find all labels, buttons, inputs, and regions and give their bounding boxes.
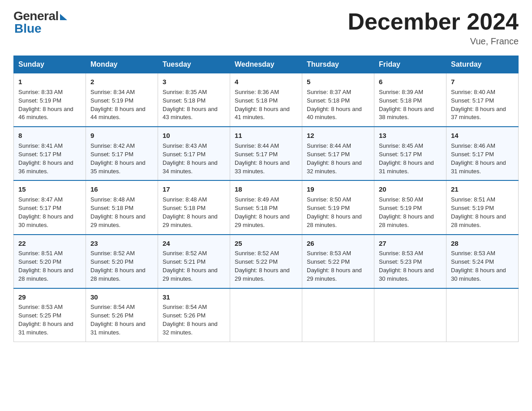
calendar-cell: 13 Sunrise: 8:45 AM Sunset: 5:17 PM Dayl…: [374, 127, 446, 180]
day-number: 28: [451, 239, 514, 248]
day-sunset: Sunset: 5:18 PM: [235, 205, 278, 211]
day-sunset: Sunset: 5:18 PM: [90, 205, 133, 211]
calendar-cell: 6 Sunrise: 8:39 AM Sunset: 5:18 PM Dayli…: [374, 73, 446, 127]
day-daylight: Daylight: 8 hours and 29 minutes.: [235, 213, 290, 228]
day-sunrise: Sunrise: 8:41 AM: [18, 142, 63, 149]
day-number: 13: [379, 131, 442, 141]
day-sunset: Sunset: 5:21 PM: [163, 258, 206, 265]
calendar-cell: [302, 288, 374, 342]
day-sunrise: Sunrise: 8:44 AM: [307, 142, 351, 149]
calendar-cell: 30 Sunrise: 8:54 AM Sunset: 5:26 PM Dayl…: [86, 288, 158, 342]
calendar-cell: 2 Sunrise: 8:34 AM Sunset: 5:19 PM Dayli…: [86, 73, 158, 127]
day-sunrise: Sunrise: 8:53 AM: [307, 250, 351, 257]
title-block: December 2024 Vue, France: [348, 9, 519, 47]
day-sunset: Sunset: 5:19 PM: [451, 205, 494, 211]
day-sunset: Sunset: 5:17 PM: [235, 151, 278, 158]
calendar-cell: 14 Sunrise: 8:46 AM Sunset: 5:17 PM Dayl…: [446, 127, 519, 180]
day-sunrise: Sunrise: 8:51 AM: [18, 250, 63, 257]
calendar-cell: 5 Sunrise: 8:37 AM Sunset: 5:18 PM Dayli…: [302, 73, 374, 127]
day-sunset: Sunset: 5:17 PM: [307, 151, 350, 158]
day-sunset: Sunset: 5:18 PM: [163, 205, 206, 211]
day-daylight: Daylight: 8 hours and 29 minutes.: [163, 213, 218, 228]
calendar-cell: 12 Sunrise: 8:44 AM Sunset: 5:17 PM Dayl…: [302, 127, 374, 180]
day-daylight: Daylight: 8 hours and 28 minutes.: [307, 213, 362, 228]
day-daylight: Daylight: 8 hours and 40 minutes.: [307, 106, 362, 121]
page-header: General Blue December 2024 Vue, France: [13, 9, 519, 47]
day-daylight: Daylight: 8 hours and 29 minutes.: [307, 267, 362, 282]
col-header-tuesday: Tuesday: [158, 56, 230, 73]
day-daylight: Daylight: 8 hours and 46 minutes.: [18, 106, 73, 121]
col-header-thursday: Thursday: [302, 56, 374, 73]
day-sunrise: Sunrise: 8:42 AM: [90, 142, 135, 149]
day-daylight: Daylight: 8 hours and 35 minutes.: [90, 159, 146, 175]
day-number: 30: [90, 292, 153, 302]
day-sunrise: Sunrise: 8:39 AM: [379, 89, 423, 95]
day-number: 9: [90, 131, 153, 141]
day-daylight: Daylight: 8 hours and 31 minutes.: [18, 321, 73, 336]
day-number: 26: [307, 239, 369, 248]
col-header-sunday: Sunday: [14, 56, 86, 73]
day-daylight: Daylight: 8 hours and 31 minutes.: [90, 321, 146, 336]
day-sunrise: Sunrise: 8:47 AM: [18, 196, 63, 203]
day-daylight: Daylight: 8 hours and 30 minutes.: [451, 267, 506, 282]
day-daylight: Daylight: 8 hours and 41 minutes.: [235, 106, 290, 121]
day-daylight: Daylight: 8 hours and 38 minutes.: [379, 106, 434, 121]
calendar-table: SundayMondayTuesdayWednesdayThursdayFrid…: [13, 56, 519, 342]
calendar-cell: 10 Sunrise: 8:43 AM Sunset: 5:17 PM Dayl…: [158, 127, 230, 180]
day-sunrise: Sunrise: 8:37 AM: [307, 89, 351, 95]
calendar-cell: 15 Sunrise: 8:47 AM Sunset: 5:17 PM Dayl…: [14, 180, 86, 234]
day-number: 27: [379, 239, 442, 248]
calendar-cell: 22 Sunrise: 8:51 AM Sunset: 5:20 PM Dayl…: [14, 235, 86, 288]
day-daylight: Daylight: 8 hours and 29 minutes.: [90, 213, 146, 228]
day-sunrise: Sunrise: 8:50 AM: [307, 196, 351, 203]
day-daylight: Daylight: 8 hours and 28 minutes.: [451, 213, 506, 228]
day-daylight: Daylight: 8 hours and 30 minutes.: [379, 267, 434, 282]
day-daylight: Daylight: 8 hours and 36 minutes.: [18, 159, 73, 175]
day-sunrise: Sunrise: 8:51 AM: [451, 196, 495, 203]
day-sunrise: Sunrise: 8:34 AM: [90, 89, 135, 95]
day-sunrise: Sunrise: 8:53 AM: [379, 250, 423, 257]
day-number: 25: [235, 239, 297, 248]
day-number: 8: [18, 131, 81, 141]
calendar-cell: 23 Sunrise: 8:52 AM Sunset: 5:20 PM Dayl…: [86, 235, 158, 288]
day-number: 4: [235, 77, 297, 87]
day-sunset: Sunset: 5:25 PM: [18, 312, 61, 319]
day-number: 18: [235, 184, 297, 194]
calendar-cell: 21 Sunrise: 8:51 AM Sunset: 5:19 PM Dayl…: [446, 180, 519, 234]
day-daylight: Daylight: 8 hours and 31 minutes.: [451, 159, 506, 175]
day-sunset: Sunset: 5:17 PM: [451, 97, 494, 104]
day-daylight: Daylight: 8 hours and 30 minutes.: [18, 213, 73, 228]
day-daylight: Daylight: 8 hours and 31 minutes.: [379, 159, 434, 175]
logo-arrow-icon: [60, 14, 67, 20]
day-number: 23: [90, 239, 153, 248]
calendar-cell: 7 Sunrise: 8:40 AM Sunset: 5:17 PM Dayli…: [446, 73, 519, 127]
day-number: 29: [18, 292, 81, 302]
day-sunset: Sunset: 5:19 PM: [18, 97, 61, 104]
day-sunset: Sunset: 5:17 PM: [90, 151, 133, 158]
calendar-cell: 26 Sunrise: 8:53 AM Sunset: 5:22 PM Dayl…: [302, 235, 374, 288]
day-number: 3: [163, 77, 225, 87]
day-sunset: Sunset: 5:18 PM: [379, 97, 422, 104]
day-sunset: Sunset: 5:26 PM: [163, 312, 206, 319]
day-number: 5: [307, 77, 369, 87]
day-sunrise: Sunrise: 8:50 AM: [379, 196, 423, 203]
day-sunset: Sunset: 5:18 PM: [307, 97, 350, 104]
day-sunset: Sunset: 5:17 PM: [451, 151, 494, 158]
day-daylight: Daylight: 8 hours and 28 minutes.: [379, 213, 434, 228]
day-number: 20: [379, 184, 442, 194]
day-sunset: Sunset: 5:18 PM: [235, 97, 278, 104]
day-daylight: Daylight: 8 hours and 34 minutes.: [163, 159, 218, 175]
day-sunrise: Sunrise: 8:46 AM: [451, 142, 495, 149]
location-text: Vue, France: [348, 36, 519, 47]
calendar-cell: 16 Sunrise: 8:48 AM Sunset: 5:18 PM Dayl…: [86, 180, 158, 234]
calendar-cell: 28 Sunrise: 8:53 AM Sunset: 5:24 PM Dayl…: [446, 235, 519, 288]
day-number: 15: [18, 184, 81, 194]
calendar-cell: 31 Sunrise: 8:54 AM Sunset: 5:26 PM Dayl…: [158, 288, 230, 342]
calendar-cell: [230, 288, 302, 342]
day-sunset: Sunset: 5:18 PM: [163, 97, 206, 104]
calendar-cell: 9 Sunrise: 8:42 AM Sunset: 5:17 PM Dayli…: [86, 127, 158, 180]
day-daylight: Daylight: 8 hours and 28 minutes.: [90, 267, 146, 282]
day-sunrise: Sunrise: 8:52 AM: [90, 250, 135, 257]
day-sunset: Sunset: 5:17 PM: [18, 151, 61, 158]
calendar-cell: 27 Sunrise: 8:53 AM Sunset: 5:23 PM Dayl…: [374, 235, 446, 288]
